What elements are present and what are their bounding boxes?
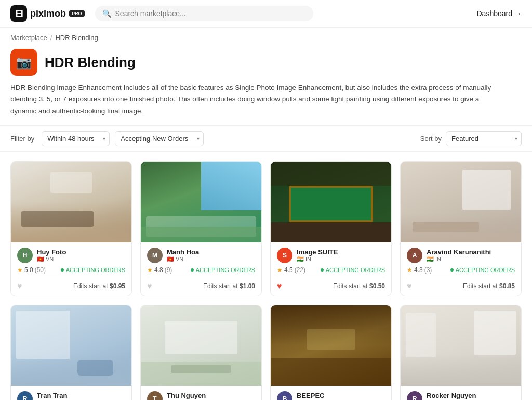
search-icon: 🔍	[102, 9, 111, 18]
page-title: HDR Blending	[45, 55, 136, 71]
seller-info: Manh Hoa 🇻🇳 VN	[167, 248, 199, 263]
sort-filter[interactable]: Featured Price: Low to High Price: High …	[446, 131, 522, 146]
accepting-badge: ACCEPTING ORDERS	[450, 267, 515, 273]
card-body: R Tran Tran 🇻🇳 VN ★ 5.0 (2) ACCE	[11, 386, 131, 400]
card-body: H Huy Foto 🇻🇳 VN ★ 5.0 (50) ACCE	[11, 242, 131, 296]
review-count: (50)	[35, 266, 46, 274]
sort-section: Sort by Featured Price: Low to High Pric…	[420, 131, 522, 146]
rating: ★ 4.8 (9)	[147, 266, 172, 274]
country-code: IN	[305, 256, 311, 262]
accepting-dot	[450, 268, 454, 272]
star-icon: ★	[407, 266, 413, 274]
rating-value: 4.8	[154, 266, 163, 274]
accepting-label: ACCEPTING ORDERS	[66, 267, 125, 273]
seller-info: Image SUITE 🇮🇳 IN	[297, 248, 338, 263]
rating-value: 5.0	[24, 266, 33, 274]
breadcrumb: Marketplace / HDR Blending	[0, 28, 532, 44]
accepting-label: ACCEPTING ORDERS	[326, 267, 385, 273]
sort-label: Sort by	[420, 135, 442, 143]
flag-icon: 🇻🇳	[37, 256, 44, 263]
breadcrumb-separator: /	[50, 34, 52, 42]
dashboard-link[interactable]: Dashboard	[477, 9, 513, 18]
dashboard-arrow: →	[514, 9, 522, 18]
avatar: A	[407, 248, 422, 263]
star-icon: ★	[17, 266, 23, 274]
card-seller: T Thu Nguyen 🇻🇳 VN	[147, 391, 255, 400]
accepting-dot	[191, 268, 194, 272]
breadcrumb-marketplace[interactable]: Marketplace	[10, 34, 47, 42]
seller-name: Manh Hoa	[167, 248, 199, 256]
seller-name: Rocker Nguyen	[427, 392, 476, 399]
card-image-6	[271, 305, 391, 386]
card-body: T Thu Nguyen 🇻🇳 VN ★ 4.8 (11) AC	[141, 386, 261, 400]
price-label: Edits start at $0.85	[463, 282, 515, 290]
seller-name: Tran Tran	[37, 392, 68, 399]
header: 🎞 pixlmob PRO 🔍 Dashboard →	[0, 0, 532, 28]
card[interactable]: M Manh Hoa 🇻🇳 VN ★ 4.8 (9) ACCEP	[140, 161, 262, 296]
country-code: VN	[46, 256, 54, 262]
order-filter[interactable]: Accepting New Orders All Sellers	[115, 131, 204, 146]
time-filter-wrap: Within 48 hours Within 24 hours Within 7…	[42, 131, 110, 146]
seller-country: 🇮🇳 IN	[427, 256, 491, 263]
accepting-badge: ACCEPTING ORDERS	[321, 267, 385, 273]
card-body: A Aravind Karunanithi 🇮🇳 IN ★ 4.3 (3)	[401, 242, 521, 296]
card-image-3	[401, 162, 521, 242]
page-description: HDR Blending Image Enhancement Includes …	[0, 80, 509, 125]
card[interactable]: H Huy Foto 🇻🇳 VN ★ 5.0 (50) ACCE	[10, 161, 132, 296]
logo-text: pixlmob	[30, 8, 66, 19]
rating: ★ 4.3 (3)	[407, 266, 432, 274]
search-input[interactable]	[115, 9, 306, 18]
flag-icon: 🇮🇳	[297, 256, 304, 263]
page-icon-container: 📷	[10, 49, 37, 76]
card-stats: ★ 5.0 (50) ACCEPTING ORDERS	[17, 266, 125, 274]
breadcrumb-current: HDR Blending	[55, 34, 98, 42]
seller-info: Aravind Karunanithi 🇮🇳 IN	[427, 248, 491, 263]
heart-button[interactable]: ♥	[147, 281, 152, 291]
heart-button[interactable]: ♥	[277, 281, 282, 291]
heart-button[interactable]: ♥	[407, 281, 412, 291]
card-stats: ★ 4.5 (22) ACCEPTING ORDERS	[277, 266, 385, 274]
review-count: (3)	[424, 266, 432, 274]
seller-info: BEEPEC 🇻🇳 VN	[297, 392, 324, 400]
seller-info: Huy Foto 🇻🇳 VN	[37, 248, 66, 263]
accepting-badge: ACCEPTING ORDERS	[61, 267, 125, 273]
accepting-dot	[61, 268, 64, 272]
star-icon: ★	[277, 266, 283, 274]
card-stats: ★ 4.8 (9) ACCEPTING ORDERS	[147, 266, 255, 274]
card[interactable]: R Rocker Nguyen 🇻🇳 VN ★ 5.0 (24)	[400, 305, 522, 400]
seller-country: 🇮🇳 IN	[297, 256, 338, 263]
accepting-badge: ACCEPTING ORDERS	[191, 267, 255, 273]
card[interactable]: T Thu Nguyen 🇻🇳 VN ★ 4.8 (11) AC	[140, 305, 262, 400]
logo-badge: PRO	[69, 10, 85, 17]
logo[interactable]: 🎞 pixlmob PRO	[10, 5, 85, 22]
filter-label: Filter by	[10, 135, 34, 143]
card[interactable]: R Tran Tran 🇻🇳 VN ★ 5.0 (2) ACCE	[10, 305, 132, 400]
card[interactable]: B BEEPEC 🇻🇳 VN ★ 5.0 (5) ACCEPTI	[270, 305, 392, 400]
avatar: B	[277, 391, 292, 400]
card-body: S Image SUITE 🇮🇳 IN ★ 4.5 (22) A	[271, 242, 391, 296]
order-filter-wrap: Accepting New Orders All Sellers ▾	[115, 131, 204, 146]
card-footer: ♥ Edits start at $0.85	[407, 278, 515, 291]
card-footer: ♥ Edits start at $0.50	[277, 278, 385, 291]
flag-icon: 🇮🇳	[427, 256, 434, 263]
rating-value: 4.3	[414, 266, 423, 274]
rating: ★ 4.5 (22)	[277, 266, 305, 274]
country-code: IN	[435, 256, 441, 262]
card-body: B BEEPEC 🇻🇳 VN ★ 5.0 (5) ACCEPTI	[271, 386, 391, 400]
price-label: Edits start at $1.00	[203, 282, 255, 290]
card-stats: ★ 4.3 (3) ACCEPTING ORDERS	[407, 266, 515, 274]
card-body: R Rocker Nguyen 🇻🇳 VN ★ 5.0 (24)	[401, 386, 521, 400]
card-seller: A Aravind Karunanithi 🇮🇳 IN	[407, 248, 515, 263]
card-image-2	[271, 162, 391, 242]
star-icon: ★	[147, 266, 153, 274]
logo-icon: 🎞	[10, 5, 27, 22]
flag-icon: 🇻🇳	[167, 256, 174, 263]
time-filter[interactable]: Within 48 hours Within 24 hours Within 7…	[42, 131, 110, 146]
card[interactable]: S Image SUITE 🇮🇳 IN ★ 4.5 (22) A	[270, 161, 392, 296]
camera-icon: 📷	[16, 55, 32, 70]
sort-filter-wrap: Featured Price: Low to High Price: High …	[446, 131, 522, 146]
card-image-1	[141, 162, 261, 242]
card[interactable]: A Aravind Karunanithi 🇮🇳 IN ★ 4.3 (3)	[400, 161, 522, 296]
card-seller: R Tran Tran 🇻🇳 VN	[17, 391, 125, 400]
heart-button[interactable]: ♥	[17, 281, 22, 291]
